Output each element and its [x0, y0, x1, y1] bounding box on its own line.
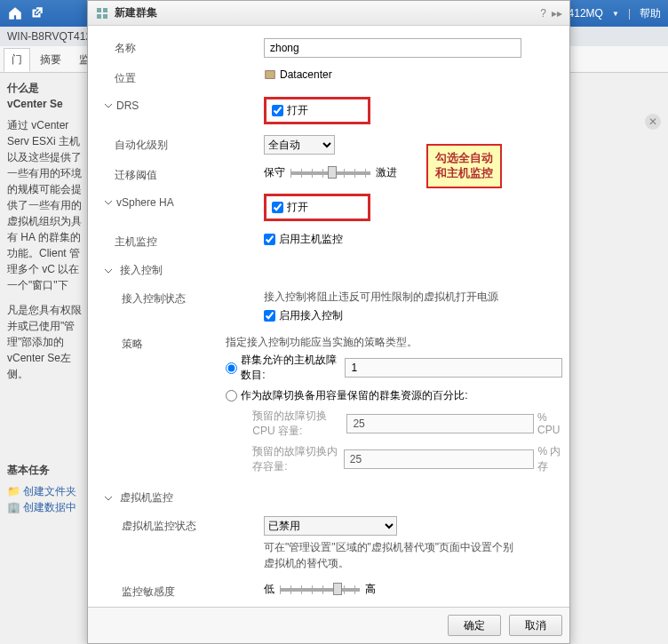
host-dropdown[interactable]: 412MQ	[569, 7, 603, 20]
ha-open-label: 打开	[287, 200, 308, 215]
label-vsphere-ha: vSphere HA	[95, 194, 264, 209]
help-icon[interactable]: ?	[540, 7, 546, 20]
admission-enable-label: 启用接入控制	[279, 308, 343, 323]
label-host-monitor: 主机监控	[95, 232, 264, 250]
admission-checkbox[interactable]	[264, 310, 275, 322]
vm-monitor-desc: 可在"管理设置"区域的"虚拟机替代项"页面中设置个别虚拟机的替代项。	[264, 539, 521, 571]
label-sensitivity: 监控敏感度	[95, 582, 264, 600]
ha-enable-highlight: 打开	[264, 194, 370, 221]
svg-rect-4	[266, 71, 275, 79]
host-monitor-label: 启用主机监控	[279, 232, 343, 247]
intro-body2: 凡是您具有权限并或已使用"管理"部添加的 vCenter Se左侧。	[7, 302, 82, 382]
automation-select[interactable]: 全自动	[264, 135, 335, 155]
link-icon[interactable]	[28, 5, 44, 21]
label-admission-state: 接入控制状态	[95, 289, 264, 306]
mem-reserve-spinner	[344, 449, 535, 469]
location-value: Datacenter	[280, 68, 332, 81]
mem-pct: % 内存	[537, 444, 562, 474]
callout-line1: 勾选全自动	[435, 151, 493, 166]
dialog-title: 新建群集	[115, 5, 157, 20]
host-monitor-checkbox[interactable]	[264, 234, 275, 245]
vm-monitor-select[interactable]: 已禁用	[264, 516, 397, 536]
dropdown-caret: ▼	[612, 10, 619, 18]
name-input[interactable]	[264, 38, 521, 58]
label-location: 位置	[95, 68, 264, 86]
tab-portal[interactable]: 门	[4, 48, 30, 72]
svg-rect-1	[103, 8, 107, 12]
chevron-down-icon[interactable]	[104, 494, 113, 503]
svg-rect-0	[97, 8, 101, 12]
dialog-body: 名称 位置 Datacenter DRS 打开	[88, 26, 569, 607]
label-drs: DRS	[95, 97, 264, 112]
chevron-down-icon[interactable]	[104, 101, 113, 110]
label-vm-monitor: 虚拟机监控	[95, 488, 264, 505]
dialog-footer: 确定 取消	[88, 607, 569, 643]
label-policy: 策略	[95, 334, 226, 352]
home-icon[interactable]	[7, 5, 23, 21]
threshold-slider[interactable]	[290, 171, 370, 175]
policy-radio-2[interactable]	[226, 390, 237, 402]
sensitivity-high: 高	[365, 582, 376, 597]
svg-rect-2	[97, 14, 101, 19]
tab-summary[interactable]: 摘要	[33, 49, 68, 71]
drs-enable-highlight: 打开	[264, 97, 370, 124]
threshold-high: 激进	[376, 165, 397, 180]
policy-opt2: 作为故障切换备用容量保留的群集资源的百分比:	[241, 388, 467, 403]
sensitivity-slider[interactable]	[280, 588, 360, 592]
mem-reserve-label: 预留的故障切换内存容量:	[252, 444, 339, 474]
dialog-titlebar: 新建群集 ? ▸▸	[88, 1, 569, 26]
label-vm-monitor-state: 虚拟机监控状态	[95, 516, 264, 534]
label-threshold: 迁移阈值	[95, 165, 264, 183]
ok-button[interactable]: 确定	[448, 615, 501, 636]
label-automation: 自动化级别	[95, 135, 264, 153]
tasks-title: 基本任务	[7, 464, 50, 476]
sensitivity-low: 低	[264, 582, 274, 597]
annotation-callout: 勾选全自动 和主机监控	[426, 144, 502, 188]
chevron-down-icon[interactable]	[104, 198, 113, 207]
policy-desc: 指定接入控制功能应当实施的策略类型。	[226, 334, 562, 350]
label-admission: 接入控制	[95, 260, 264, 278]
link-create-datacenter[interactable]: 🏢 创建数据中	[7, 499, 82, 515]
datacenter-icon	[264, 68, 276, 81]
cpu-pct: % CPU	[537, 411, 562, 436]
svg-rect-3	[103, 14, 107, 19]
intro-title: 什么是 vCenter Se	[7, 82, 63, 110]
cancel-button[interactable]: 取消	[509, 615, 562, 636]
drs-checkbox[interactable]	[272, 105, 283, 116]
policy-radio-1[interactable]	[226, 362, 237, 374]
cluster-icon	[95, 6, 109, 20]
help-link[interactable]: 帮助	[640, 6, 661, 21]
cpu-reserve-spinner	[346, 414, 534, 433]
threshold-low: 保守	[264, 165, 285, 180]
maximize-icon[interactable]: ▸▸	[552, 7, 562, 20]
intro-body: 通过 vCenter Serv ESXi 主机以及这些提供了一些有用的环境的规模…	[7, 117, 82, 293]
close-panel-button[interactable]: ✕	[645, 114, 661, 130]
new-cluster-dialog: 新建群集 ? ▸▸ 名称 位置 Datacenter DRS	[87, 0, 570, 644]
policy-opt1: 群集允许的主机故障数目:	[241, 353, 341, 383]
ha-checkbox[interactable]	[272, 202, 283, 213]
chevron-down-icon[interactable]	[104, 266, 113, 275]
admission-desc: 接入控制将阻止违反可用性限制的虚拟机打开电源	[264, 289, 562, 305]
label-name: 名称	[95, 38, 264, 56]
policy-hosts-spinner[interactable]	[345, 358, 562, 378]
link-create-folder[interactable]: 📁 创建文件夹	[7, 483, 82, 499]
callout-line2: 和主机监控	[435, 166, 493, 181]
drs-open-label: 打开	[287, 103, 308, 118]
bg-panel: 什么是 vCenter Se 通过 vCenter Serv ESXi 主机以及…	[0, 73, 89, 522]
cpu-reserve-label: 预留的故障切换 CPU 容量:	[252, 409, 343, 439]
